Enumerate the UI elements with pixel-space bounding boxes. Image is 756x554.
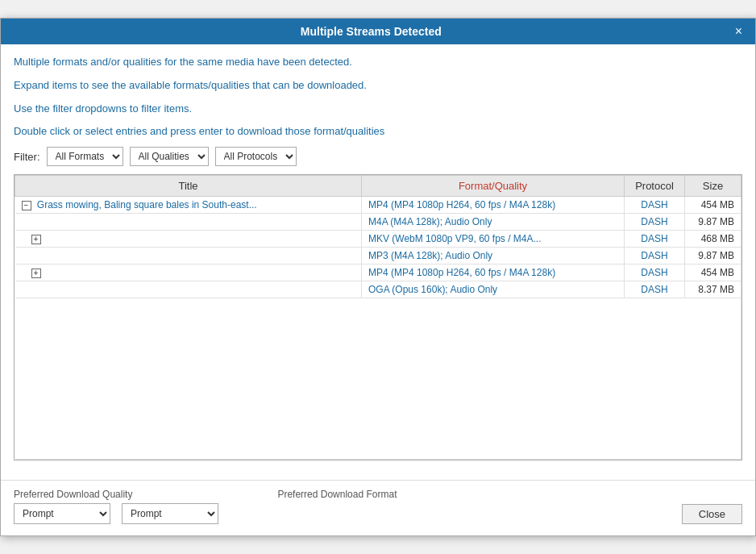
row-protocol-cell: DASH bbox=[625, 231, 685, 248]
row-title-cell: − Grass mowing, Baling square bales in S… bbox=[15, 197, 362, 214]
row-title-cell bbox=[15, 281, 362, 298]
table-row[interactable]: OGA (Opus 160k); Audio Only DASH 8.37 MB bbox=[15, 281, 741, 298]
row-protocol-cell: DASH bbox=[625, 214, 685, 231]
row-size-cell: 468 MB bbox=[685, 231, 741, 248]
header-format: Format/Quality bbox=[362, 176, 625, 197]
info-line3: Use the filter dropdowns to filter items… bbox=[14, 101, 742, 118]
table-spacer-row bbox=[15, 298, 741, 460]
row-format-cell: MP4 (MP4 1080p H264, 60 fps / M4A 128k) bbox=[362, 197, 625, 214]
table-row[interactable]: M4A (M4A 128k); Audio Only DASH 9.87 MB bbox=[15, 214, 741, 231]
filter-protocol-select[interactable]: All Protocols bbox=[215, 147, 297, 166]
filter-format-select[interactable]: All Formats bbox=[47, 147, 123, 166]
expand-icon[interactable]: + bbox=[31, 235, 41, 244]
row-format-cell: MP3 (M4A 128k); Audio Only bbox=[362, 248, 625, 265]
filter-label: Filter: bbox=[14, 151, 40, 163]
expand-icon[interactable]: + bbox=[31, 269, 41, 278]
quality-label: Preferred Download Quality bbox=[14, 489, 132, 500]
row-title-cell: + bbox=[15, 231, 362, 248]
footer-area: Preferred Download Quality Preferred Dow… bbox=[1, 480, 755, 535]
row-title-text: Grass mowing, Baling square bales in Sou… bbox=[37, 199, 257, 210]
row-protocol-cell: DASH bbox=[625, 197, 685, 214]
footer-controls: Prompt Prompt Close bbox=[14, 503, 742, 524]
filter-quality-select[interactable]: All Qualities bbox=[130, 147, 209, 166]
row-size-cell: 454 MB bbox=[685, 265, 741, 281]
row-size-cell: 9.87 MB bbox=[685, 214, 741, 231]
row-protocol-cell: DASH bbox=[625, 248, 685, 265]
title-close-button[interactable]: × bbox=[732, 25, 746, 38]
info-block-1: Multiple formats and/or qualities for th… bbox=[14, 54, 742, 71]
row-format-cell: M4A (M4A 128k); Audio Only bbox=[362, 214, 625, 231]
table-row[interactable]: MP3 (M4A 128k); Audio Only DASH 9.87 MB bbox=[15, 248, 741, 265]
close-button[interactable]: Close bbox=[682, 504, 742, 524]
row-protocol-cell: DASH bbox=[625, 265, 685, 281]
info-block-3: Double click or select entries and press… bbox=[14, 123, 742, 140]
info-block-2: Expand items to see the available format… bbox=[14, 77, 742, 118]
format-label: Preferred Download Format bbox=[277, 489, 397, 500]
row-format-cell: MP4 (MP4 1080p H264, 60 fps / M4A 128k) bbox=[362, 265, 625, 281]
info-line1: Multiple formats and/or qualities for th… bbox=[14, 54, 742, 71]
row-format-cell: OGA (Opus 160k); Audio Only bbox=[362, 281, 625, 298]
footer-dropdowns: Prompt Prompt bbox=[14, 503, 218, 524]
table-header-row: Title Format/Quality Protocol Size bbox=[15, 176, 741, 197]
header-title: Title bbox=[15, 176, 362, 197]
row-size-cell: 9.87 MB bbox=[685, 248, 741, 265]
spacer-cell bbox=[15, 298, 741, 460]
row-title-cell bbox=[15, 248, 362, 265]
preferred-format-select[interactable]: Prompt bbox=[122, 503, 218, 524]
row-size-cell: 454 MB bbox=[685, 197, 741, 214]
streams-table-container: Title Format/Quality Protocol Size − Gra… bbox=[14, 174, 742, 460]
row-protocol-cell: DASH bbox=[625, 281, 685, 298]
row-title-cell: + bbox=[15, 265, 362, 281]
title-bar: Multiple Streams Detected × bbox=[1, 19, 755, 44]
dialog-title: Multiple Streams Detected bbox=[10, 25, 732, 38]
preferred-quality-select[interactable]: Prompt bbox=[14, 503, 110, 524]
header-protocol: Protocol bbox=[625, 176, 685, 197]
collapse-icon[interactable]: − bbox=[22, 201, 31, 210]
streams-table: Title Format/Quality Protocol Size − Gra… bbox=[15, 175, 741, 460]
dialog-body: Multiple formats and/or qualities for th… bbox=[1, 44, 755, 480]
table-row[interactable]: + MKV (WebM 1080p VP9, 60 fps / M4A... D… bbox=[15, 231, 741, 248]
filter-row: Filter: All Formats All Qualities All Pr… bbox=[14, 147, 742, 166]
row-title-cell bbox=[15, 214, 362, 231]
header-size: Size bbox=[685, 176, 741, 197]
row-size-cell: 8.37 MB bbox=[685, 281, 741, 298]
table-row[interactable]: − Grass mowing, Baling square bales in S… bbox=[15, 197, 741, 214]
footer-labels: Preferred Download Quality Preferred Dow… bbox=[14, 489, 742, 500]
info-line2: Expand items to see the available format… bbox=[14, 77, 742, 94]
info-line4: Double click or select entries and press… bbox=[14, 123, 742, 140]
table-row[interactable]: + MP4 (MP4 1080p H264, 60 fps / M4A 128k… bbox=[15, 265, 741, 281]
row-format-cell: MKV (WebM 1080p VP9, 60 fps / M4A... bbox=[362, 231, 625, 248]
dialog-multiple-streams: Multiple Streams Detected × Multiple for… bbox=[0, 18, 756, 536]
